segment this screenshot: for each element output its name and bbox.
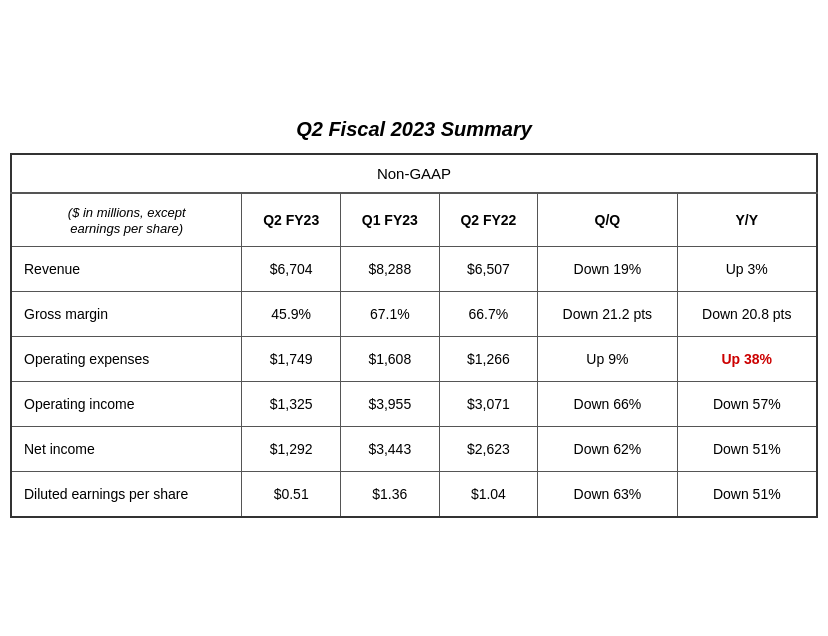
page-title: Q2 Fiscal 2023 Summary — [10, 118, 818, 141]
row-label: Net income — [11, 427, 242, 472]
table-row: Revenue$6,704$8,288$6,507Down 19%Up 3% — [11, 247, 817, 292]
table-row: Diluted earnings per share$0.51$1.36$1.0… — [11, 472, 817, 518]
row-label: Revenue — [11, 247, 242, 292]
row-label: Gross margin — [11, 292, 242, 337]
cell-q1fy23: $3,955 — [340, 382, 439, 427]
cell-qq: Up 9% — [538, 337, 677, 382]
cell-q1fy23: $1.36 — [340, 472, 439, 518]
cell-q2fy23: $6,704 — [242, 247, 341, 292]
cell-yy: Down 51% — [677, 427, 817, 472]
cell-yy: Up 38% — [677, 337, 817, 382]
page-wrapper: Q2 Fiscal 2023 Summary Non-GAAP ($ in mi… — [10, 118, 818, 518]
cell-qq: Down 21.2 pts — [538, 292, 677, 337]
cell-q1fy23: $1,608 — [340, 337, 439, 382]
table-row: Operating expenses$1,749$1,608$1,266Up 9… — [11, 337, 817, 382]
cell-q2fy23: $1,749 — [242, 337, 341, 382]
cell-yy: Down 20.8 pts — [677, 292, 817, 337]
cell-q2fy22: $6,507 — [439, 247, 538, 292]
cell-q2fy23: $1,292 — [242, 427, 341, 472]
cell-q2fy22: $1,266 — [439, 337, 538, 382]
cell-q1fy23: $3,443 — [340, 427, 439, 472]
cell-qq: Down 19% — [538, 247, 677, 292]
cell-q2fy22: $1.04 — [439, 472, 538, 518]
table-row: Operating income$1,325$3,955$3,071Down 6… — [11, 382, 817, 427]
cell-q2fy22: 66.7% — [439, 292, 538, 337]
label-description: ($ in millions, exceptearnings per share… — [68, 205, 186, 236]
col-q1fy23: Q1 FY23 — [340, 193, 439, 247]
col-q2fy23: Q2 FY23 — [242, 193, 341, 247]
summary-table: Non-GAAP ($ in millions, exceptearnings … — [10, 153, 818, 518]
cell-qq: Down 66% — [538, 382, 677, 427]
cell-yy: Down 57% — [677, 382, 817, 427]
table-row: Net income$1,292$3,443$2,623Down 62%Down… — [11, 427, 817, 472]
cell-yy: Up 3% — [677, 247, 817, 292]
cell-yy: Down 51% — [677, 472, 817, 518]
cell-q2fy22: $3,071 — [439, 382, 538, 427]
cell-q2fy23: 45.9% — [242, 292, 341, 337]
table-row: Gross margin45.9%67.1%66.7%Down 21.2 pts… — [11, 292, 817, 337]
cell-q2fy23: $0.51 — [242, 472, 341, 518]
cell-q2fy22: $2,623 — [439, 427, 538, 472]
cell-q1fy23: $8,288 — [340, 247, 439, 292]
cell-qq: Down 63% — [538, 472, 677, 518]
cell-q2fy23: $1,325 — [242, 382, 341, 427]
non-gaap-header: Non-GAAP — [11, 154, 817, 193]
row-label: Operating expenses — [11, 337, 242, 382]
row-label: Operating income — [11, 382, 242, 427]
col-label-header: ($ in millions, exceptearnings per share… — [11, 193, 242, 247]
col-q2fy22: Q2 FY22 — [439, 193, 538, 247]
row-label: Diluted earnings per share — [11, 472, 242, 518]
cell-qq: Down 62% — [538, 427, 677, 472]
col-yy: Y/Y — [677, 193, 817, 247]
cell-q1fy23: 67.1% — [340, 292, 439, 337]
col-qq: Q/Q — [538, 193, 677, 247]
